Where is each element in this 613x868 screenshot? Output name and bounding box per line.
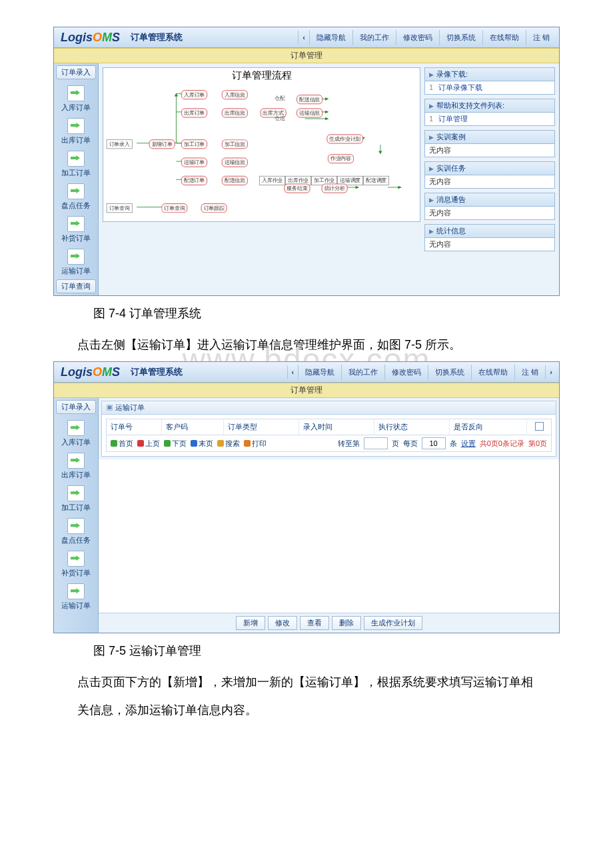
sidebar-item-label: 出库订单 [61, 136, 91, 144]
sidebar-item-inventory[interactable]: 盘点任务 [54, 179, 98, 212]
col-time[interactable]: 录入时间 [299, 419, 374, 435]
panel-help: 帮助和支持文件列表: 1订单管理 [424, 99, 555, 126]
grid-empty-area [99, 459, 559, 613]
summary: 共0页0条记录 [480, 439, 524, 449]
flow-node: 服务结束 [284, 184, 310, 193]
sidebar-item-inbound[interactable]: 入库订单 [54, 81, 98, 114]
col-reverse[interactable]: 是否反向 [450, 419, 527, 435]
sidebar-item-outbound[interactable]: 出库订单 [54, 449, 98, 481]
sidebar-tab-query[interactable]: 订单查询 [56, 279, 96, 293]
panel-header: 录像下载: [425, 68, 554, 81]
nav-switch[interactable]: 切换系统 [439, 30, 482, 45]
flow-node: 出库信息 [222, 108, 248, 117]
logo: Logis O M S [54, 365, 127, 379]
logo-text-4: S [112, 31, 120, 45]
nav-prev-arrow[interactable]: ‹ [298, 31, 309, 44]
nav-mywork[interactable]: 我的工作 [341, 365, 384, 380]
perpage-label: 每页 [403, 439, 418, 449]
flow-node: 加工订单 [181, 139, 207, 149]
goto-input[interactable] [364, 437, 388, 449]
topbar: Logis O M S 订单管理系统 ‹ 隐藏导航 我的工作 修改密码 切换系统… [54, 362, 559, 383]
sidebar-item-label: 盘点任务 [61, 201, 91, 209]
btn-generate-plan[interactable]: 生成作业计划 [364, 616, 422, 630]
tb-prev[interactable]: 上页 [137, 439, 160, 449]
col-orderno[interactable]: 订单号 [107, 419, 162, 435]
tb-next[interactable]: 下页 [164, 439, 187, 449]
nav-logout[interactable]: 注 销 [526, 30, 556, 45]
col-checkbox[interactable] [527, 419, 551, 435]
nav-prev-arrow[interactable]: ‹ [287, 365, 299, 379]
sidebar-item-replenish[interactable]: 补货订单 [54, 547, 98, 579]
flow-node: 作业内容 [328, 154, 354, 163]
print-icon [244, 440, 251, 447]
sidebar-item-inbound[interactable]: 入库订单 [54, 416, 98, 449]
flow-node: 订单录入 [107, 139, 133, 149]
grid-panel: 运输订单 订单号 客户码 订单类型 录入时间 执行状态 是否反向 [101, 401, 556, 457]
col-status[interactable]: 执行状态 [374, 419, 450, 435]
sidebar-item-replenish[interactable]: 补货订单 [54, 212, 98, 245]
flow-node: 运输订单 [181, 158, 207, 167]
doc-arrow-icon [67, 216, 85, 232]
tb-last[interactable]: 末页 [191, 439, 213, 449]
sidebar-item-inventory[interactable]: 盘点任务 [54, 514, 98, 547]
btn-add[interactable]: 新增 [236, 616, 265, 630]
panel-body: 无内容 [425, 175, 554, 188]
nav-changepw[interactable]: 修改密码 [384, 365, 428, 380]
flow-node: 配送调度 [363, 176, 389, 185]
sidebar-tab-input[interactable]: 订单录入 [56, 400, 96, 414]
sidebar-item-label: 出库订单 [61, 471, 91, 479]
doc-arrow-icon [67, 551, 85, 567]
help-link[interactable]: 订单管理 [438, 115, 468, 123]
sidebar-item-transport[interactable]: 运输订单 [54, 579, 98, 612]
logo: Logis O M S [54, 31, 127, 45]
perpage-input[interactable] [422, 437, 446, 449]
nav-hide[interactable]: 隐藏导航 [309, 30, 352, 45]
nav-mywork[interactable]: 我的工作 [352, 30, 396, 45]
flow-label: 仓配 [275, 95, 285, 102]
paragraph-1: 点击左侧【运输订单】进入运输订单信息管理维护界面，如图 7-5 所示。 [53, 333, 560, 356]
current-page: 第0页 [528, 439, 547, 449]
panel-header: 消息通告 [425, 193, 554, 207]
panel-header: 帮助和支持文件列表: [425, 99, 554, 113]
sidebar: 订单录入 入库订单 出库订单 加工订单 盘点任务 补货订单 运输订单 订单查询 [54, 63, 99, 295]
nav-help[interactable]: 在线帮助 [471, 365, 514, 380]
sidebar-item-outbound[interactable]: 出库订单 [54, 114, 98, 147]
doc-arrow-icon [67, 485, 85, 501]
sidebar-tab-input[interactable]: 订单录入 [56, 65, 96, 79]
panel-body: 无内容 [425, 238, 554, 251]
checkbox-icon[interactable] [535, 422, 544, 431]
nav-next-arrow[interactable]: › [545, 365, 556, 379]
flow-node: 加工信息 [222, 139, 248, 149]
tb-print[interactable]: 打印 [244, 439, 267, 449]
nav-changepw[interactable]: 修改密码 [396, 30, 439, 45]
nav-logout[interactable]: 注 销 [514, 365, 545, 380]
flow-label: 仓运 [275, 115, 285, 122]
tb-setting[interactable]: 设置 [461, 439, 476, 449]
flow-node: 入库订单 [181, 90, 207, 99]
nav-switch[interactable]: 切换系统 [428, 365, 471, 380]
nav-hide[interactable]: 隐藏导航 [298, 365, 341, 380]
btn-view[interactable]: 查看 [300, 616, 329, 630]
download-link[interactable]: 订单录像下载 [438, 83, 482, 91]
doc-arrow-icon [67, 118, 85, 134]
doc-arrow-icon [67, 183, 85, 199]
app-window-2: Logis O M S 订单管理系统 ‹ 隐藏导航 我的工作 修改密码 切换系统… [53, 361, 560, 633]
sidebar-item-transport[interactable]: 运输订单 [54, 245, 98, 277]
panel-body: 无内容 [425, 207, 554, 219]
prev-icon [137, 440, 144, 447]
btn-delete[interactable]: 删除 [332, 616, 361, 630]
sidebar-item-processing[interactable]: 加工订单 [54, 481, 98, 514]
col-type[interactable]: 订单类型 [224, 419, 299, 435]
sidebar-item-processing[interactable]: 加工订单 [54, 147, 98, 179]
tb-search[interactable]: 搜索 [217, 439, 240, 449]
sidebar: 订单录入 入库订单 出库订单 加工订单 盘点任务 补货订单 运输订单 [54, 398, 99, 633]
flow-node: 订单跟踪 [201, 203, 227, 213]
doc-arrow-icon [67, 453, 85, 469]
sidebar-item-label: 运输订单 [61, 267, 91, 275]
flow-node: 配送信息 [222, 176, 248, 185]
col-customer[interactable]: 客户码 [162, 419, 224, 435]
tb-first[interactable]: 首页 [111, 439, 133, 449]
btn-edit[interactable]: 修改 [268, 616, 297, 630]
nav-help[interactable]: 在线帮助 [482, 30, 526, 45]
paragraph-3: 关信息，添加运输订单信息内容。 [53, 699, 560, 721]
